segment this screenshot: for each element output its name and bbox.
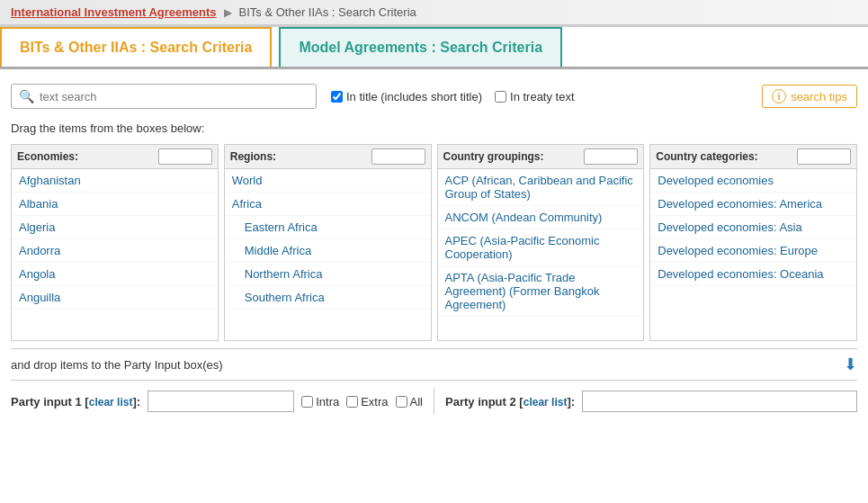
info-icon: i — [772, 89, 786, 103]
drag-instruction: Drag the items from the boxes below: — [11, 121, 857, 135]
list-item[interactable]: APEC (Asia-Pacific Economic Cooperation) — [438, 229, 644, 266]
in-treaty-checkbox-label: In treaty text — [495, 90, 575, 103]
breadcrumb-current: BITs & Other IIAs : Search Criteria — [239, 5, 416, 19]
search-row: 🔍 In title (includes short title) In tre… — [11, 84, 857, 109]
regions-header: Regions: — [225, 145, 431, 169]
list-item[interactable]: ACP (African, Caribbean and Pacific Grou… — [438, 169, 644, 206]
search-tips-button[interactable]: i search tips — [762, 85, 857, 108]
list-item[interactable]: Northern Africa — [225, 263, 431, 286]
country-categories-column: Country categories: Developed economies … — [649, 144, 857, 341]
regions-list: World Africa Eastern Africa Middle Afric… — [225, 169, 431, 340]
search-icon: 🔍 — [19, 89, 34, 103]
in-title-checkbox-label: In title (includes short title) — [331, 90, 482, 103]
party2-clear-link[interactable]: clear list — [523, 396, 568, 409]
list-item[interactable]: Developed economies: America — [650, 193, 856, 216]
breadcrumb-bar: International Investment Agreements ▶ BI… — [0, 0, 868, 27]
main-content: 🔍 In title (includes short title) In tre… — [0, 69, 868, 424]
list-item[interactable]: APTA (Asia-Pacific Trade Agreement) (For… — [438, 266, 644, 317]
tab-row: BITs & Other IIAs : Search Criteria Mode… — [0, 27, 868, 69]
list-item[interactable]: Algeria — [12, 216, 218, 239]
extra-checkbox[interactable] — [346, 396, 358, 408]
in-title-checkbox[interactable] — [331, 91, 343, 103]
breadcrumb-arrow: ▶ — [224, 6, 232, 19]
country-groupings-list: ACP (African, Caribbean and Pacific Grou… — [438, 169, 644, 340]
list-item[interactable]: Developed economies — [650, 169, 856, 193]
list-item[interactable]: Developed economies: Oceania — [650, 263, 856, 286]
list-item[interactable]: Anguilla — [12, 286, 218, 310]
party1-input-area[interactable] — [148, 391, 294, 412]
columns-row: Economies: Afghanistan Albania Algeria A… — [11, 144, 857, 341]
party2-label: Party input 2 [clear list]: — [445, 395, 575, 409]
list-item[interactable]: Developed economies: Asia — [650, 216, 856, 239]
in-treaty-checkbox[interactable] — [495, 91, 506, 103]
list-item[interactable]: Eastern Africa — [225, 216, 431, 239]
list-item[interactable]: Andorra — [12, 239, 218, 263]
list-item[interactable]: Angola — [12, 263, 218, 286]
breadcrumb-home-link[interactable]: International Investment Agreements — [11, 5, 217, 19]
party2-input-area[interactable] — [582, 391, 857, 412]
party1-options: Intra Extra All — [301, 395, 423, 409]
search-input[interactable] — [40, 90, 309, 103]
party2-box: Party input 2 [clear list]: — [445, 391, 857, 412]
list-item[interactable]: World — [225, 169, 431, 193]
country-groupings-filter-input[interactable] — [584, 148, 638, 165]
checkbox-group: In title (includes short title) In treat… — [331, 90, 575, 103]
tab-spacer — [562, 27, 868, 67]
list-item[interactable]: Africa — [225, 193, 431, 216]
tab-bits[interactable]: BITs & Other IIAs : Search Criteria — [0, 27, 272, 67]
extra-option-label: Extra — [346, 395, 388, 409]
bottom-area: and drop items to the Party Input box(es… — [11, 348, 857, 380]
regions-column: Regions: World Africa Eastern Africa Mid… — [224, 144, 432, 341]
economies-list: Afghanistan Albania Algeria Andorra Ango… — [12, 169, 218, 340]
country-categories-header: Country categories: — [650, 145, 856, 169]
country-categories-filter-input[interactable] — [797, 148, 851, 165]
party1-label: Party input 1 [clear list]: — [11, 395, 140, 409]
party-divider — [434, 388, 434, 415]
economies-header: Economies: — [12, 145, 218, 169]
list-item[interactable]: Southern Africa — [225, 286, 431, 310]
regions-filter-input[interactable] — [371, 148, 425, 165]
all-checkbox[interactable] — [396, 396, 407, 408]
economies-column: Economies: Afghanistan Albania Algeria A… — [11, 144, 219, 341]
list-item[interactable]: ANCOM (Andean Community) — [438, 206, 644, 229]
economies-filter-input[interactable] — [158, 148, 212, 165]
intra-checkbox[interactable] — [301, 396, 313, 408]
search-box-container: 🔍 — [11, 84, 317, 109]
party-row: Party input 1 [clear list]: Intra Extra … — [11, 380, 857, 415]
list-item[interactable]: Developed economies: Europe — [650, 239, 856, 263]
drop-instruction: and drop items to the Party Input box(es… — [11, 358, 844, 372]
country-groupings-header: Country groupings: — [438, 145, 644, 169]
all-option-label: All — [396, 395, 423, 409]
tab-model-agreements[interactable]: Model Agreements : Search Criteria — [279, 27, 562, 67]
party1-box: Party input 1 [clear list]: Intra Extra … — [11, 391, 423, 412]
download-icon[interactable]: ⬇ — [844, 355, 857, 374]
country-groupings-column: Country groupings: ACP (African, Caribbe… — [437, 144, 645, 341]
list-item[interactable]: Albania — [12, 193, 218, 216]
list-item[interactable]: Afghanistan — [12, 169, 218, 193]
country-categories-list: Developed economies Developed economies:… — [650, 169, 856, 340]
intra-option-label: Intra — [301, 395, 339, 409]
party1-clear-link[interactable]: clear list — [89, 396, 133, 409]
list-item[interactable]: Middle Africa — [225, 239, 431, 263]
